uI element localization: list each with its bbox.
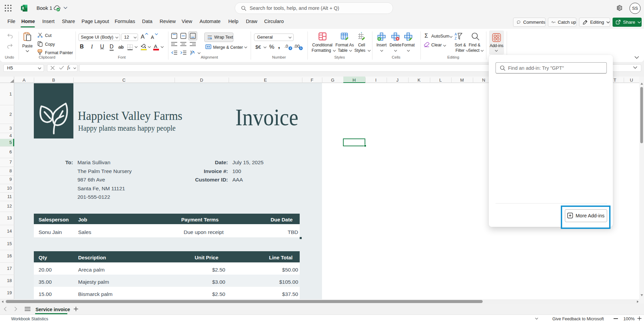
svg-text:X: X bbox=[22, 6, 24, 10]
svg-text:A: A bbox=[455, 33, 457, 36]
svg-text:Z: Z bbox=[455, 37, 457, 40]
